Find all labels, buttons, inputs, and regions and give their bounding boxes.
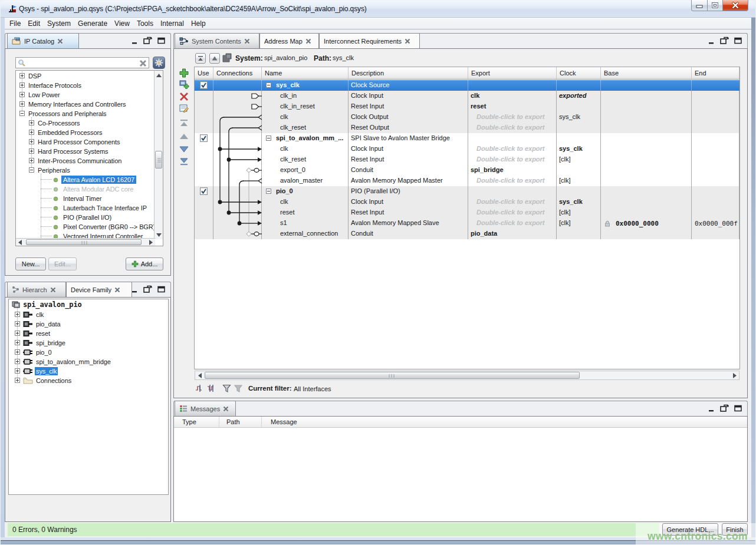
cell-clock[interactable]: [clk] xyxy=(559,219,571,226)
tab-device-family-close-icon[interactable] xyxy=(114,287,120,293)
table-row[interactable]: spi_to_avalon_mm_...SPI Slave to Avalon … xyxy=(195,133,739,144)
scroll-left-arrow[interactable] xyxy=(195,371,204,379)
move-down-button[interactable] xyxy=(179,144,189,155)
collapse-box-icon[interactable] xyxy=(266,82,271,88)
column-header-description[interactable]: Description xyxy=(349,67,468,79)
column-header-use[interactable]: Use xyxy=(195,67,213,79)
column-header-base[interactable]: Base xyxy=(601,67,692,79)
expand-box-icon[interactable] xyxy=(15,359,20,364)
use-checkbox[interactable] xyxy=(200,187,208,195)
menu-internal[interactable]: Internal xyxy=(157,18,188,29)
ip-tree-item[interactable]: Peripherals xyxy=(16,166,163,175)
expand-box-icon[interactable] xyxy=(29,130,34,135)
collapse-box-icon[interactable] xyxy=(266,136,271,141)
tab-ip-catalog[interactable]: IP Catalog xyxy=(7,33,79,48)
remove-button[interactable] xyxy=(179,91,189,102)
table-row[interactable]: clk_in_resetReset Inputreset xyxy=(195,101,739,112)
ip-tree-item[interactable]: Pixel Converter (BGR0 --> BGR) xyxy=(16,222,163,232)
ip-tree-item[interactable]: Lauterbach Trace Interface IP xyxy=(16,203,163,213)
cell-clock[interactable]: exported xyxy=(559,92,586,99)
expand-box-icon[interactable] xyxy=(29,120,34,125)
tab-system-contents-close-icon[interactable] xyxy=(244,38,250,44)
hierarchy-item-pio_0[interactable]: pio_0 xyxy=(9,348,168,357)
menu-tools[interactable]: Tools xyxy=(133,18,157,29)
messages-column-path[interactable]: Path xyxy=(219,417,262,427)
table-row[interactable]: clk_resetReset OutputDouble-click to exp… xyxy=(195,123,739,133)
table-hscrollbar[interactable] xyxy=(195,371,739,380)
expand-box-icon[interactable] xyxy=(15,321,20,326)
expand-box-icon[interactable] xyxy=(15,349,20,355)
ip-tree-item[interactable]: Altera Avalon LCD 16207 xyxy=(16,175,163,184)
scroll-down-arrow[interactable] xyxy=(155,230,163,239)
collapse-box-icon[interactable] xyxy=(19,111,25,116)
panel-maximize-icon[interactable] xyxy=(734,405,742,412)
expand-box-icon[interactable] xyxy=(15,331,20,336)
panel-minimize-icon[interactable] xyxy=(708,405,715,412)
tab-interconnect-requirements[interactable]: Interconnect Requirements xyxy=(319,33,420,48)
ip-tree-item[interactable]: Embedded Processors xyxy=(16,128,163,137)
hierarchy-item-pio_data[interactable]: pio_data xyxy=(9,319,168,329)
table-row[interactable]: sys_clkClock Source xyxy=(195,80,739,91)
cell-clock[interactable]: sys_clk xyxy=(559,113,580,120)
table-row[interactable]: clkClock InputDouble-click to exportsys_… xyxy=(195,144,739,154)
close-button[interactable] xyxy=(722,0,748,11)
column-header-export[interactable]: Export xyxy=(468,67,557,79)
cell-export[interactable]: spi_bridge xyxy=(471,166,504,173)
scroll-right-arrow[interactable] xyxy=(147,239,155,246)
cell-export[interactable]: reset xyxy=(471,103,486,110)
tab-messages-close-icon[interactable] xyxy=(223,406,229,412)
tab-messages[interactable]: Messages xyxy=(175,401,236,416)
tab-address-map-close-icon[interactable] xyxy=(305,38,311,44)
lock-icon[interactable] xyxy=(604,220,610,227)
tab-ip-catalog-close-icon[interactable] xyxy=(57,38,63,44)
cell-clock[interactable]: sys_clk xyxy=(559,145,583,152)
table-row[interactable]: pio_0PIO (Parallel I/O) xyxy=(195,186,739,197)
column-header-connections[interactable]: Connections xyxy=(213,67,262,79)
menu-view[interactable]: View xyxy=(111,18,133,29)
hierarchy-item-reset[interactable]: reset xyxy=(9,329,168,338)
new-button[interactable]: New... xyxy=(15,257,46,270)
use-checkbox[interactable] xyxy=(200,134,208,142)
ip-tree-item[interactable]: Hard Processor Systems xyxy=(16,147,163,156)
ip-tree-item[interactable]: Interval Timer xyxy=(16,194,163,203)
menu-file[interactable]: File xyxy=(6,18,24,29)
expand-box-icon[interactable] xyxy=(19,82,25,88)
signal-filter-icon[interactable] xyxy=(207,384,216,393)
cell-clock[interactable]: [clk] xyxy=(559,209,571,216)
tab-hierarchy[interactable]: Hierarch xyxy=(7,282,66,297)
move-top-button[interactable] xyxy=(195,53,206,64)
edit-component-button[interactable] xyxy=(179,103,189,114)
tab-interconnect-requirements-close-icon[interactable] xyxy=(405,38,410,44)
table-row[interactable]: clk_inClock Inputclkexported xyxy=(195,91,739,101)
cell-export-placeholder[interactable]: Double-click to export xyxy=(476,156,545,163)
hierarchy-item-Connections[interactable]: Connections xyxy=(9,376,168,385)
table-row[interactable]: avalon_masterAvalon Memory Mapped Master… xyxy=(195,176,739,186)
ip-tree-item[interactable]: Co-Processors xyxy=(16,118,163,128)
expand-box-icon[interactable] xyxy=(29,139,34,144)
ip-tree-item[interactable]: Low Power xyxy=(16,90,163,100)
panel-float-icon[interactable] xyxy=(720,404,729,412)
menu-edit[interactable]: Edit xyxy=(24,18,44,29)
column-header-name[interactable]: Name xyxy=(262,67,349,79)
panel-maximize-icon[interactable] xyxy=(157,37,165,44)
expand-box-icon[interactable] xyxy=(19,101,25,107)
collapse-box-icon[interactable] xyxy=(266,189,271,194)
move-bottom-button[interactable] xyxy=(179,156,189,167)
panel-float-icon[interactable] xyxy=(143,37,152,44)
table-row[interactable]: clkClock OutputDouble-click to exportsys… xyxy=(195,112,739,123)
cell-export-placeholder[interactable]: Double-click to export xyxy=(476,219,545,226)
move-up-button[interactable] xyxy=(209,53,220,64)
expand-box-icon[interactable] xyxy=(19,73,25,78)
column-header-end[interactable]: End xyxy=(692,67,739,79)
connections-diagram[interactable] xyxy=(213,80,262,240)
expand-box-icon[interactable] xyxy=(29,148,34,154)
hierarchy-item-clk[interactable]: clk xyxy=(9,310,168,319)
hscroll-thumb[interactable] xyxy=(205,372,580,379)
move-top-button[interactable] xyxy=(179,118,189,129)
scroll-right-arrow[interactable] xyxy=(730,371,739,379)
table-row[interactable]: resetReset InputDouble-click to export[c… xyxy=(195,207,739,218)
tab-address-map[interactable]: Address Map xyxy=(259,33,319,48)
move-up-button[interactable] xyxy=(179,131,189,142)
ip-tree-item[interactable]: PIO (Parallel I/O) xyxy=(16,213,163,222)
menu-generate[interactable]: Generate xyxy=(74,18,111,29)
